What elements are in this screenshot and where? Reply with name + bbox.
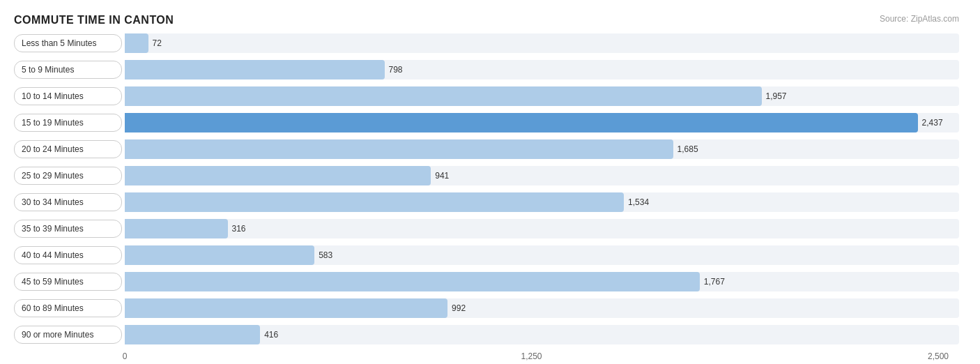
axis-area: 01,2502,500 [125,351,959,364]
bar-value-label: 1,957 [766,91,787,101]
bar-label: 10 to 14 Minutes [14,87,122,105]
bar-fill [125,298,447,318]
bar-fill [125,325,260,344]
bars-area: Less than 5 Minutes725 to 9 Minutes79810… [14,31,959,347]
bar-track: 941 [125,166,959,185]
bar-label: 25 to 29 Minutes [14,167,122,185]
bar-track: 2,437 [125,113,959,132]
bar-track: 316 [125,219,959,238]
bar-value-label: 1,767 [704,277,725,287]
bar-label: 45 to 59 Minutes [14,273,122,291]
bar-fill [125,139,673,159]
bar-track: 1,685 [125,139,959,159]
bar-fill [125,33,148,53]
bar-label: 30 to 34 Minutes [14,193,122,211]
bar-row: 40 to 44 Minutes583 [14,243,959,268]
bar-fill [125,219,228,238]
bar-value-label: 583 [319,250,332,260]
bar-label: Less than 5 Minutes [14,34,122,52]
bar-value-label: 992 [452,303,466,313]
bar-label: 15 to 19 Minutes [14,114,122,132]
bar-track: 798 [125,60,959,79]
bar-value-label: 316 [232,224,246,234]
bar-value-label: 1,534 [628,197,649,207]
bar-label: 40 to 44 Minutes [14,246,122,264]
bar-label: 20 to 24 Minutes [14,140,122,158]
bar-track: 992 [125,298,959,318]
axis-tick: 0 [123,351,128,361]
source-label: Source: ZipAtlas.com [880,14,959,24]
bar-row: 5 to 9 Minutes798 [14,57,959,82]
bar-row: 20 to 24 Minutes1,685 [14,137,959,162]
bar-fill [125,272,700,291]
bar-fill [125,86,762,106]
bar-value-label: 798 [389,65,403,75]
bar-row: 90 or more Minutes416 [14,322,959,347]
bar-row: 10 to 14 Minutes1,957 [14,84,959,109]
bar-row: 25 to 29 Minutes941 [14,163,959,188]
bar-value-label: 72 [153,38,162,48]
bar-value-label: 416 [264,330,278,340]
bar-label: 60 to 89 Minutes [14,299,122,317]
bar-value-label: 1,685 [677,144,698,154]
axis-tick: 2,500 [928,351,949,361]
bar-value-label: 941 [435,171,449,181]
chart-container: COMMUTE TIME IN CANTON Source: ZipAtlas.… [0,0,980,364]
bar-track: 583 [125,245,959,265]
bar-fill [125,245,314,265]
bar-track: 1,767 [125,272,959,291]
axis-tick: 1,250 [521,351,542,361]
bar-row: 45 to 59 Minutes1,767 [14,269,959,294]
bar-label: 90 or more Minutes [14,326,122,344]
bar-row: 35 to 39 Minutes316 [14,216,959,241]
bar-fill [125,192,624,212]
bar-track: 416 [125,325,959,344]
bar-label: 5 to 9 Minutes [14,61,122,79]
bar-label: 35 to 39 Minutes [14,220,122,238]
chart-title: COMMUTE TIME IN CANTON [14,14,959,26]
bar-track: 1,957 [125,86,959,106]
bar-track: 72 [125,33,959,53]
bar-fill [125,60,385,79]
bar-value-label: 2,437 [922,118,943,128]
bar-row: 30 to 34 Minutes1,534 [14,190,959,215]
bar-row: 60 to 89 Minutes992 [14,296,959,321]
bar-fill [125,113,918,132]
bar-fill [125,166,431,185]
bar-row: Less than 5 Minutes72 [14,31,959,56]
bar-track: 1,534 [125,192,959,212]
bar-row: 15 to 19 Minutes2,437 [14,110,959,135]
